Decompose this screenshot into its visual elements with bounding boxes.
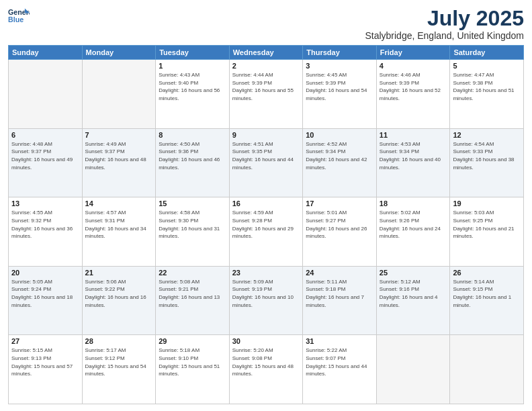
table-row [82,60,156,129]
logo-icon: General Blue [8,7,30,26]
logo: General Blue [8,7,30,26]
location: Stalybridge, England, United Kingdom [365,30,524,41]
table-row: 28Sunrise: 5:17 AMSunset: 9:12 PMDayligh… [82,335,156,404]
day-number: 6 [11,131,79,139]
col-monday: Monday [82,46,156,60]
day-number: 15 [159,199,226,208]
calendar: Sunday Monday Tuesday Wednesday Thursday… [8,45,524,404]
table-row: 5Sunrise: 4:47 AMSunset: 9:38 PMDaylight… [450,60,524,129]
table-row: 13Sunrise: 4:55 AMSunset: 9:32 PMDayligh… [9,197,83,267]
table-row: 24Sunrise: 5:11 AMSunset: 9:18 PMDayligh… [303,266,377,335]
day-number: 17 [306,199,373,208]
day-detail: Sunrise: 4:58 AMSunset: 9:30 PMDaylight:… [159,209,226,240]
table-row: 12Sunrise: 4:54 AMSunset: 9:33 PMDayligh… [450,128,524,197]
day-detail: Sunrise: 5:18 AMSunset: 9:10 PMDaylight:… [159,347,226,377]
day-number: 30 [232,337,300,345]
table-row: 1Sunrise: 4:43 AMSunset: 9:40 PMDaylight… [156,60,230,129]
calendar-week-row: 13Sunrise: 4:55 AMSunset: 9:32 PMDayligh… [9,197,524,267]
day-number: 24 [306,269,373,277]
col-wednesday: Wednesday [229,46,303,60]
day-number: 31 [306,337,373,345]
day-number: 10 [306,131,373,139]
day-number: 7 [85,131,153,139]
table-row: 16Sunrise: 4:59 AMSunset: 9:28 PMDayligh… [229,197,303,267]
day-number: 1 [159,62,226,70]
day-detail: Sunrise: 5:09 AMSunset: 9:19 PMDaylight:… [232,278,300,309]
table-row: 19Sunrise: 5:03 AMSunset: 9:25 PMDayligh… [450,197,524,267]
table-row: 15Sunrise: 4:58 AMSunset: 9:30 PMDayligh… [156,197,230,267]
title-block: July 2025 Stalybridge, England, United K… [365,7,524,41]
calendar-header-row: Sunday Monday Tuesday Wednesday Thursday… [9,46,524,60]
day-number: 28 [85,337,153,345]
table-row: 10Sunrise: 4:52 AMSunset: 9:34 PMDayligh… [303,128,377,197]
day-detail: Sunrise: 4:47 AMSunset: 9:38 PMDaylight:… [453,71,521,102]
day-detail: Sunrise: 5:05 AMSunset: 9:24 PMDaylight:… [11,278,79,309]
table-row: 21Sunrise: 5:06 AMSunset: 9:22 PMDayligh… [82,266,156,335]
day-detail: Sunrise: 5:20 AMSunset: 9:08 PMDaylight:… [232,347,300,377]
day-number: 5 [453,62,521,70]
day-detail: Sunrise: 4:43 AMSunset: 9:40 PMDaylight:… [159,71,226,102]
day-detail: Sunrise: 4:55 AMSunset: 9:32 PMDaylight:… [11,209,79,240]
calendar-week-row: 6Sunrise: 4:48 AMSunset: 9:37 PMDaylight… [9,128,524,197]
table-row [450,335,524,404]
table-row: 4Sunrise: 4:46 AMSunset: 9:39 PMDaylight… [376,60,450,129]
table-row: 3Sunrise: 4:45 AMSunset: 9:39 PMDaylight… [303,60,377,129]
table-row: 11Sunrise: 4:53 AMSunset: 9:34 PMDayligh… [376,128,450,197]
table-row: 29Sunrise: 5:18 AMSunset: 9:10 PMDayligh… [156,335,230,404]
calendar-week-row: 20Sunrise: 5:05 AMSunset: 9:24 PMDayligh… [9,266,524,335]
day-number: 22 [159,269,226,277]
day-number: 20 [11,269,79,277]
table-row: 25Sunrise: 5:12 AMSunset: 9:16 PMDayligh… [376,266,450,335]
day-detail: Sunrise: 4:46 AMSunset: 9:39 PMDaylight:… [380,71,447,102]
table-row: 22Sunrise: 5:08 AMSunset: 9:21 PMDayligh… [156,266,230,335]
table-row [376,335,450,404]
day-detail: Sunrise: 5:02 AMSunset: 9:26 PMDaylight:… [380,209,447,240]
day-number: 23 [232,269,300,277]
month-title: July 2025 [365,7,524,30]
day-number: 11 [380,131,447,139]
day-number: 2 [232,62,300,70]
table-row: 14Sunrise: 4:57 AMSunset: 9:31 PMDayligh… [82,197,156,267]
day-number: 14 [85,199,153,208]
day-number: 13 [11,199,79,208]
table-row: 17Sunrise: 5:01 AMSunset: 9:27 PMDayligh… [303,197,377,267]
header: General Blue July 2025 Stalybridge, Engl… [8,7,524,41]
table-row: 31Sunrise: 5:22 AMSunset: 9:07 PMDayligh… [303,335,377,404]
day-detail: Sunrise: 5:03 AMSunset: 9:25 PMDaylight:… [453,209,521,240]
table-row: 23Sunrise: 5:09 AMSunset: 9:19 PMDayligh… [229,266,303,335]
table-row [9,60,83,129]
day-detail: Sunrise: 4:59 AMSunset: 9:28 PMDaylight:… [232,209,300,240]
page: General Blue July 2025 Stalybridge, Engl… [0,0,532,411]
col-friday: Friday [376,46,450,60]
day-number: 18 [380,199,447,208]
day-detail: Sunrise: 4:54 AMSunset: 9:33 PMDaylight:… [453,140,521,171]
day-detail: Sunrise: 4:44 AMSunset: 9:39 PMDaylight:… [232,71,300,102]
table-row: 6Sunrise: 4:48 AMSunset: 9:37 PMDaylight… [9,128,83,197]
table-row: 30Sunrise: 5:20 AMSunset: 9:08 PMDayligh… [229,335,303,404]
day-detail: Sunrise: 4:52 AMSunset: 9:34 PMDaylight:… [306,140,373,171]
table-row: 20Sunrise: 5:05 AMSunset: 9:24 PMDayligh… [9,266,83,335]
col-tuesday: Tuesday [156,46,230,60]
day-number: 9 [232,131,300,139]
col-thursday: Thursday [303,46,377,60]
day-detail: Sunrise: 4:45 AMSunset: 9:39 PMDaylight:… [306,71,373,102]
day-number: 12 [453,131,521,139]
calendar-week-row: 27Sunrise: 5:15 AMSunset: 9:13 PMDayligh… [9,335,524,404]
day-number: 8 [159,131,226,139]
table-row: 18Sunrise: 5:02 AMSunset: 9:26 PMDayligh… [376,197,450,267]
day-number: 19 [453,199,521,208]
day-detail: Sunrise: 5:15 AMSunset: 9:13 PMDaylight:… [11,347,79,377]
svg-text:Blue: Blue [8,15,24,24]
day-detail: Sunrise: 4:48 AMSunset: 9:37 PMDaylight:… [11,140,79,171]
day-detail: Sunrise: 4:51 AMSunset: 9:35 PMDaylight:… [232,140,300,171]
day-detail: Sunrise: 5:12 AMSunset: 9:16 PMDaylight:… [380,278,447,309]
col-sunday: Sunday [9,46,83,60]
day-detail: Sunrise: 5:06 AMSunset: 9:22 PMDaylight:… [85,278,153,309]
calendar-week-row: 1Sunrise: 4:43 AMSunset: 9:40 PMDaylight… [9,60,524,129]
day-number: 29 [159,337,226,345]
table-row: 2Sunrise: 4:44 AMSunset: 9:39 PMDaylight… [229,60,303,129]
day-number: 26 [453,269,521,277]
day-detail: Sunrise: 5:11 AMSunset: 9:18 PMDaylight:… [306,278,373,309]
day-detail: Sunrise: 5:17 AMSunset: 9:12 PMDaylight:… [85,347,153,377]
table-row: 26Sunrise: 5:14 AMSunset: 9:15 PMDayligh… [450,266,524,335]
